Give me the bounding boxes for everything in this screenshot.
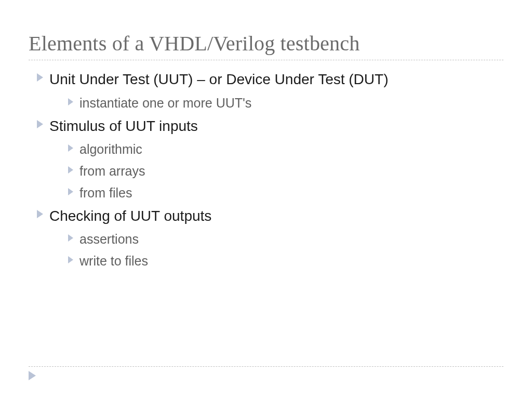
- svg-marker-7: [68, 234, 73, 242]
- list-item: Unit Under Test (UUT) – or Device Under …: [37, 70, 503, 89]
- list-item: Checking of UUT outputs: [37, 206, 503, 226]
- list-item: Stimulus of UUT inputs: [37, 116, 503, 136]
- list-item: instantiate one or more UUT's: [68, 95, 503, 112]
- svg-marker-5: [68, 188, 73, 195]
- triangle-bullet-icon: [68, 234, 73, 242]
- list-item-text: assertions: [79, 231, 503, 248]
- list-item-text: write to files: [79, 252, 503, 270]
- list-item-text: from arrays: [79, 163, 503, 180]
- triangle-bullet-icon: [68, 166, 73, 174]
- list-item-text: Unit Under Test (UUT) – or Device Under …: [49, 70, 503, 89]
- sub-list: assertions write to files: [68, 231, 503, 270]
- svg-marker-3: [68, 144, 73, 152]
- list-item: from arrays: [68, 163, 503, 180]
- sub-list: instantiate one or more UUT's: [68, 95, 503, 112]
- svg-marker-4: [68, 166, 73, 174]
- list-item-text: from files: [79, 184, 503, 202]
- sub-list: algorithmic from arrays from files: [68, 141, 503, 202]
- triangle-bullet-icon: [68, 98, 73, 105]
- triangle-bullet-icon: [37, 73, 43, 82]
- triangle-decor-icon: [29, 371, 36, 380]
- list-item: algorithmic: [68, 141, 503, 158]
- svg-marker-0: [37, 73, 43, 82]
- triangle-bullet-icon: [68, 188, 73, 195]
- list-item-text: Stimulus of UUT inputs: [49, 116, 503, 136]
- triangle-bullet-icon: [37, 120, 43, 128]
- svg-marker-6: [37, 210, 43, 218]
- svg-marker-9: [29, 371, 36, 380]
- list-item-text: Checking of UUT outputs: [49, 206, 503, 226]
- list-item: write to files: [68, 252, 503, 270]
- slide: Elements of a VHDL/Verilog testbench Uni…: [0, 0, 532, 399]
- title-divider: [29, 60, 503, 60]
- footer-divider: [29, 366, 503, 367]
- list-item: from files: [68, 184, 503, 202]
- list-item-text: instantiate one or more UUT's: [79, 95, 503, 112]
- triangle-bullet-icon: [68, 256, 73, 263]
- svg-marker-1: [68, 98, 73, 105]
- bullet-list: Unit Under Test (UUT) – or Device Under …: [37, 70, 503, 270]
- list-item-text: algorithmic: [79, 141, 503, 158]
- triangle-bullet-icon: [68, 144, 73, 152]
- triangle-bullet-icon: [37, 210, 43, 218]
- svg-marker-2: [37, 120, 43, 128]
- slide-title: Elements of a VHDL/Verilog testbench: [29, 31, 503, 56]
- svg-marker-8: [68, 256, 73, 263]
- list-item: assertions: [68, 231, 503, 248]
